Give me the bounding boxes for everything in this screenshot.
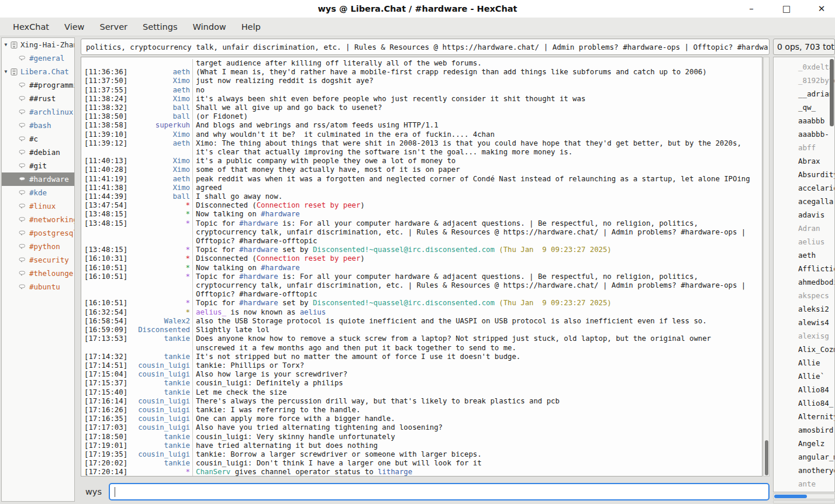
tree-channel-archlinux[interactable]: #archlinux (2, 105, 74, 119)
userlist-item[interactable]: Abrax (774, 154, 834, 168)
nick[interactable]: tankie (137, 379, 190, 388)
nick[interactable]: Ximo (137, 95, 190, 103)
tree-server-libera.chat[interactable]: ▼Libera.Chat (2, 65, 74, 78)
userlist-item[interactable]: Allio84 (774, 383, 834, 396)
userlist-item[interactable]: alewis4 (774, 316, 834, 329)
nick[interactable]: Ximo (137, 165, 190, 174)
userlist-item[interactable]: Adran (774, 222, 834, 235)
tree-channel-python[interactable]: #python (2, 240, 74, 253)
menu-view[interactable]: View (57, 20, 91, 34)
userlist-item[interactable]: Allie (774, 356, 834, 370)
userlist-item[interactable]: _8192byte (774, 74, 834, 87)
userlist-item[interactable]: aeth (774, 248, 834, 262)
nick[interactable]: tankie (137, 441, 190, 450)
tree-channel-git[interactable]: #git (2, 159, 74, 172)
nick[interactable]: aeth (137, 139, 190, 157)
channel-or-nick-link[interactable]: #hardware (261, 264, 300, 272)
tree-channel-debian[interactable]: #debian (2, 146, 74, 159)
userlist-item[interactable]: Alternity (774, 410, 834, 423)
tree-channel-c[interactable]: #c (2, 132, 74, 146)
tree-channel-postgresql[interactable]: #postgresql (2, 226, 74, 240)
userlist-item[interactable]: angular_m (774, 450, 834, 464)
tree-channel-general[interactable]: #general (2, 51, 74, 65)
channel-or-nick-link[interactable]: #hardware (239, 299, 278, 307)
nick[interactable]: superkuh (137, 121, 190, 130)
chat-vertical-scrollbar[interactable] (763, 57, 770, 477)
menu-help[interactable]: Help (234, 20, 268, 34)
topic-bar[interactable]: politics, cryptocurrency talk, unfair di… (81, 39, 770, 55)
userlist-item[interactable]: Alix_Cozmo (774, 343, 834, 356)
nick[interactable]: aeth (137, 175, 190, 184)
channel-or-nick-link[interactable]: litharge (378, 468, 412, 476)
userlist-item[interactable]: _qw_ (774, 101, 834, 114)
userlist-item[interactable]: ante (774, 477, 834, 491)
userlist-item[interactable]: __adrian (774, 87, 834, 101)
tree-expander-icon[interactable]: ▼ (2, 42, 10, 47)
channel-or-nick-link[interactable]: #hardware (239, 219, 278, 227)
tree-channel-hardware[interactable]: #hardware (2, 172, 74, 186)
tree-channel-thelounge[interactable]: #thelounge (2, 267, 74, 280)
nick[interactable]: cousin_luigi (137, 406, 190, 415)
nick[interactable]: cousin_luigi (137, 423, 190, 432)
nick[interactable]: Disconsented (137, 326, 190, 334)
userlist-item[interactable]: alexisg (774, 329, 834, 343)
nick[interactable]: cousin_luigi (137, 415, 190, 423)
nick[interactable]: cousin_luigi (137, 397, 190, 406)
nick[interactable]: Walex2 (137, 317, 190, 326)
userlist-horizontal-scrollbar[interactable] (773, 493, 835, 499)
menu-settings[interactable]: Settings (136, 20, 184, 34)
nick[interactable]: aeth (137, 86, 190, 95)
nick[interactable]: tankie (137, 433, 190, 441)
tree-channel-bash[interactable]: #bash (2, 119, 74, 132)
nick[interactable]: cousin_luigi (137, 361, 190, 370)
nick[interactable]: Ximo (137, 184, 190, 192)
nick[interactable]: ball (137, 103, 190, 112)
minimize-button[interactable]: – (744, 1, 759, 16)
tree-expander-icon[interactable]: ▼ (2, 69, 10, 74)
tree-server-xing-hai-zhan[interactable]: ▼Xing-Hai-Zhan (2, 38, 74, 51)
userlist-item[interactable]: aleksi2 (774, 302, 834, 316)
tree-channel-rust[interactable]: ##rust (2, 92, 74, 105)
channel-or-nick-link[interactable]: #hardware (261, 210, 300, 218)
userlist-item[interactable]: abff (774, 141, 834, 154)
nick[interactable]: ball (137, 192, 190, 201)
userlist-item[interactable]: aelius (774, 235, 834, 248)
userlist-item[interactable]: adavis (774, 208, 834, 222)
userlist-item[interactable]: aaabbb (774, 114, 834, 127)
channel-or-nick-link[interactable]: #hardware (239, 246, 278, 254)
close-button[interactable]: ✕ (814, 1, 829, 16)
nick[interactable]: ball (137, 112, 190, 121)
message-input[interactable] (109, 483, 770, 500)
userlist-item[interactable]: acegalla- (774, 195, 834, 208)
tree-channel-networking[interactable]: #networking (2, 213, 74, 226)
userlist-item[interactable]: ahmedbodi (774, 275, 834, 289)
userlist-scrollbar-thumb[interactable] (830, 59, 834, 126)
nick[interactable]: tankie (137, 459, 190, 468)
userlist-item[interactable]: Allie` (774, 370, 834, 383)
tree-channel-kde[interactable]: #kde (2, 186, 74, 199)
userlist-item[interactable]: _0xdelta (774, 60, 834, 74)
nick[interactable]: cousin_luigi (137, 450, 190, 459)
nick[interactable]: tankie (137, 353, 190, 361)
userlist-item[interactable]: antocip (774, 491, 834, 492)
userlist-item[interactable]: amosbird (774, 423, 834, 437)
nick[interactable]: tankie (137, 334, 190, 352)
tree-channel-linux[interactable]: #linux (2, 199, 74, 213)
user-list[interactable]: _0xdelta_8192byte__adrian_qw_aaabbbaaabb… (773, 57, 835, 492)
tree-channel-programmi[interactable]: ##programmi (2, 78, 74, 92)
nick[interactable]: Ximo (137, 130, 190, 139)
userlist-item[interactable]: Affliction (774, 262, 834, 275)
tree-channel-security[interactable]: #security (2, 253, 74, 267)
chat-message-area[interactable]: target audience after killing off litera… (81, 57, 762, 477)
tree-splitter[interactable] (75, 37, 80, 502)
maximize-button[interactable]: □ (779, 1, 794, 16)
userlist-item[interactable]: aaabbb- (774, 127, 834, 141)
userlist-item[interactable]: Allio84_ (774, 396, 834, 410)
userlist-item[interactable]: anotheryo (774, 464, 834, 477)
nick[interactable]: Ximo (137, 157, 190, 165)
userlist-item[interactable]: akspecs (774, 289, 834, 302)
tree-channel-ubuntu[interactable]: #ubuntu (2, 280, 74, 294)
userlist-hscroll-thumb[interactable] (774, 495, 807, 498)
userlist-item[interactable]: accelario (774, 181, 834, 195)
menu-server[interactable]: Server (92, 20, 134, 34)
